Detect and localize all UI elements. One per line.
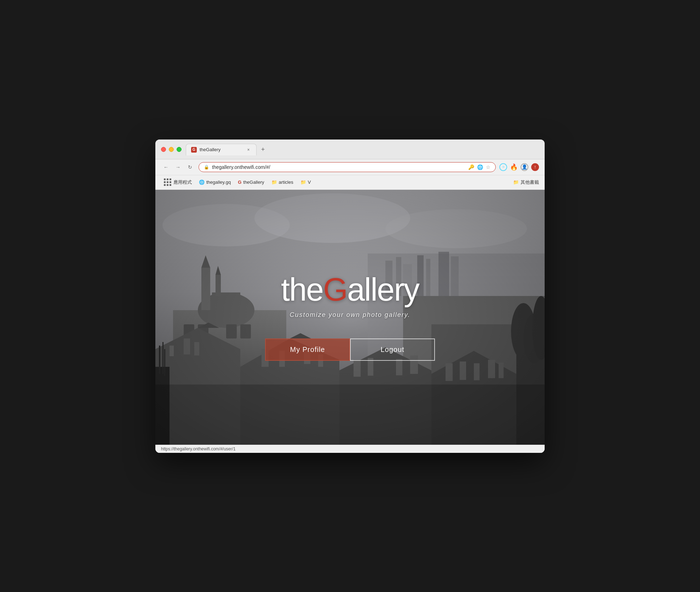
bookmarks-bar: 應用程式 🌐 thegalley.gq G theGallery 📁 artic… bbox=[155, 175, 545, 190]
key-icon[interactable]: 🔑 bbox=[468, 164, 474, 170]
hero-title-suffix: allery bbox=[347, 272, 419, 307]
apps-grid-icon bbox=[164, 178, 172, 186]
hero-title-prefix: the bbox=[281, 272, 323, 307]
folder-other-icon: 📁 bbox=[513, 180, 519, 185]
hero-buttons: My Profile Logout bbox=[265, 338, 435, 361]
bookmark-thegalley-label: thegalley.gq bbox=[206, 180, 231, 185]
url-text: thegallery.onthewifi.com/#/ bbox=[212, 164, 465, 170]
content-area: theGallery Customize your own photo gall… bbox=[155, 190, 545, 445]
hero-subtitle: Customize your own photo gallery. bbox=[290, 311, 411, 319]
back-button[interactable]: ← bbox=[161, 162, 171, 172]
tabs-area: G theGallery × + bbox=[186, 144, 539, 155]
bookmark-apps[interactable]: 應用程式 bbox=[161, 177, 195, 187]
profile-extension-icon[interactable]: 👤 bbox=[521, 163, 528, 171]
lock-icon: 🔒 bbox=[204, 165, 209, 170]
globe-icon: 🌐 bbox=[199, 180, 205, 185]
status-url: https://thegallery.onthewifi.com/#/user/… bbox=[161, 446, 236, 451]
folder-v-icon: 📁 bbox=[300, 180, 306, 185]
folder-articles-icon: 📁 bbox=[271, 180, 277, 185]
traffic-lights bbox=[161, 147, 182, 152]
my-profile-button[interactable]: My Profile bbox=[265, 338, 350, 361]
red-extension-icon[interactable]: ! bbox=[531, 163, 539, 171]
bookmark-articles-label: articles bbox=[279, 180, 293, 185]
browser-extensions: ⚛ 🔥 👤 ! bbox=[499, 163, 539, 171]
address-bar[interactable]: 🔒 thegallery.onthewifi.com/#/ 🔑 🌐 ☆ bbox=[199, 162, 496, 172]
minimize-button[interactable] bbox=[169, 147, 174, 152]
nav-bar: ← → ↻ 🔒 thegallery.onthewifi.com/#/ 🔑 🌐 … bbox=[155, 159, 545, 175]
other-bookmarks[interactable]: 📁 其他書籤 bbox=[513, 179, 539, 186]
title-bar: G theGallery × + bbox=[155, 140, 545, 159]
maximize-button[interactable] bbox=[177, 147, 182, 152]
hero-title: theGallery bbox=[281, 274, 419, 306]
fire-extension-icon[interactable]: 🔥 bbox=[510, 163, 518, 171]
tab-title: theGallery bbox=[200, 147, 243, 152]
bookmark-apps-label: 應用程式 bbox=[173, 179, 192, 186]
refresh-button[interactable]: ↻ bbox=[185, 162, 195, 172]
bookmark-articles[interactable]: 📁 articles bbox=[269, 178, 296, 186]
react-extension-icon[interactable]: ⚛ bbox=[499, 163, 507, 171]
bookmark-v[interactable]: 📁 V bbox=[298, 178, 314, 186]
close-button[interactable] bbox=[161, 147, 166, 152]
tab-close-button[interactable]: × bbox=[246, 147, 251, 153]
translate-icon[interactable]: 🌐 bbox=[477, 164, 483, 170]
tab-favicon: G bbox=[191, 147, 197, 153]
bookmark-thegallery-label: theGallery bbox=[243, 180, 264, 185]
logout-button[interactable]: Logout bbox=[350, 338, 435, 361]
other-bookmarks-label: 其他書籤 bbox=[521, 179, 539, 186]
forward-button[interactable]: → bbox=[173, 162, 183, 172]
browser-window: G theGallery × + ← → ↻ 🔒 thegallery.onth… bbox=[155, 140, 545, 453]
bookmark-thegalley[interactable]: 🌐 thegalley.gq bbox=[196, 178, 234, 186]
nav-buttons: ← → ↻ bbox=[161, 162, 195, 172]
status-bar: https://thegallery.onthewifi.com/#/user/… bbox=[155, 445, 545, 453]
hero-overlay: theGallery Customize your own photo gall… bbox=[155, 190, 545, 445]
star-icon[interactable]: ☆ bbox=[486, 164, 490, 170]
hero-title-accent: G bbox=[323, 272, 347, 307]
bookmark-thegallery[interactable]: G theGallery bbox=[235, 178, 267, 186]
active-tab[interactable]: G theGallery × bbox=[186, 144, 257, 155]
gallery-favicon-icon: G bbox=[238, 180, 241, 185]
new-tab-button[interactable]: + bbox=[258, 145, 268, 155]
address-bar-actions: 🔑 🌐 ☆ bbox=[468, 164, 490, 170]
bookmark-v-label: V bbox=[308, 180, 311, 185]
